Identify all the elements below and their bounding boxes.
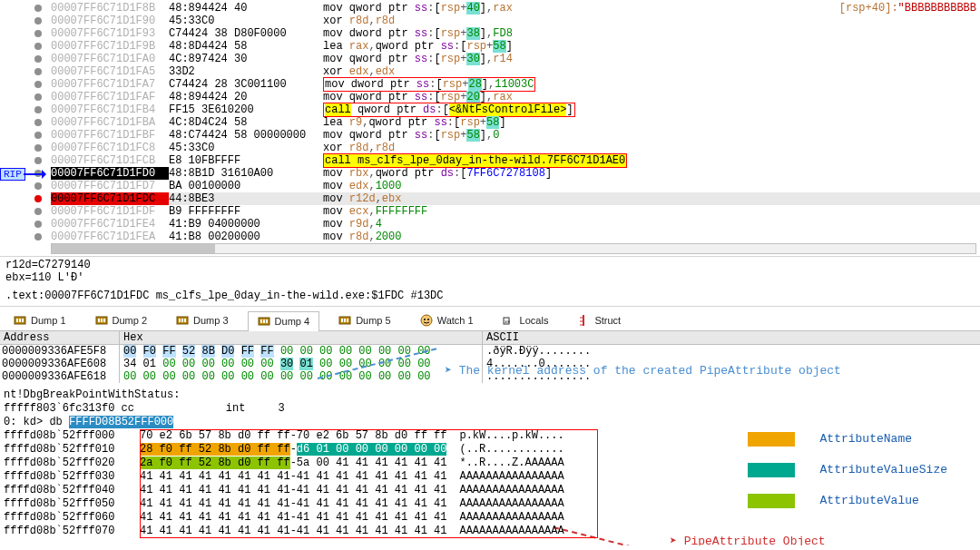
disasm-address: 00007FF6C71D1FDF bbox=[51, 205, 169, 218]
breakpoint-dot[interactable] bbox=[34, 81, 42, 88]
disasm-row[interactable]: 00007FF6C71D1FC845:33C0xor r8d,r8d bbox=[24, 142, 980, 154]
breakpoint-dot[interactable] bbox=[34, 132, 42, 139]
breakpoint-dot-enabled[interactable] bbox=[34, 195, 42, 202]
breakpoint-gutter[interactable] bbox=[24, 2, 51, 15]
dump-row[interactable]: 0000009336AFE5F800 F0 FF 52 8B D0 FF FF … bbox=[0, 345, 980, 358]
disasm-row[interactable]: 00007FF6C71D1FA04C:897424 30mov qword pt… bbox=[24, 53, 980, 65]
breakpoint-dot[interactable] bbox=[34, 43, 42, 50]
breakpoint-gutter[interactable] bbox=[24, 65, 51, 78]
windbg-db-row: ffffd08b`52fff020 2a f0 ff 52 8b d0 ff f… bbox=[4, 457, 976, 470]
windbg-db-row: ffffd08b`52fff040 41 41 41 41 41 41 41 4… bbox=[4, 484, 976, 497]
disasm-row[interactable]: 00007FF6C71D1FA7C74424 28 3C001100mov dw… bbox=[24, 78, 980, 91]
status-line: ebx=110 L'Đ' bbox=[5, 271, 975, 284]
windbg-prompt-row[interactable]: 0: kd> db FFFFD08B52FFF000 bbox=[4, 416, 976, 429]
breakpoint-dot[interactable] bbox=[34, 157, 42, 164]
disasm-mnemonic: mov r8d,2000 bbox=[323, 231, 980, 243]
breakpoint-gutter[interactable] bbox=[24, 129, 51, 142]
breakpoint-gutter[interactable] bbox=[24, 27, 51, 40]
breakpoint-dot[interactable] bbox=[34, 68, 42, 75]
mem-icon bbox=[14, 314, 26, 327]
breakpoint-gutter[interactable] bbox=[24, 192, 51, 205]
disasm-row[interactable]: 00007FF6C71D1FDC44:8BE3mov r12d,ebx bbox=[24, 192, 980, 205]
tab-dump-1[interactable]: Dump 1 bbox=[4, 310, 76, 330]
breakpoint-dot[interactable] bbox=[34, 208, 42, 215]
breakpoint-dot[interactable] bbox=[34, 182, 42, 190]
tab-dump-3[interactable]: Dump 3 bbox=[166, 310, 239, 330]
db-addr: ffffd08b`52fff060 bbox=[4, 511, 140, 525]
status-symbol-line: .text:00007FF6C71D1FDC ms_clfs_lpe_0day_… bbox=[5, 290, 975, 302]
breakpoint-gutter[interactable] bbox=[24, 116, 51, 129]
breakpoint-gutter[interactable] bbox=[24, 53, 51, 65]
disasm-row[interactable]: 00007FF6C71D1F8B48:894424 40mov qword pt… bbox=[24, 2, 980, 15]
disasm-row[interactable]: 00007FF6C71D1F9B48:8D4424 58lea rax,qwor… bbox=[24, 40, 980, 53]
breakpoint-gutter[interactable] bbox=[24, 231, 51, 243]
disasm-row[interactable]: 00007FF6C71D1FE441:B9 04000000mov r9d,4 bbox=[24, 218, 980, 231]
breakpoint-gutter[interactable] bbox=[24, 103, 51, 116]
breakpoint-gutter[interactable] bbox=[24, 154, 51, 167]
tab-dump-4[interactable]: Dump 4 bbox=[248, 311, 320, 331]
tab-locals[interactable]: Locals bbox=[493, 310, 559, 330]
breakpoint-dot[interactable] bbox=[34, 144, 42, 152]
breakpoint-gutter[interactable] bbox=[24, 205, 51, 218]
disasm-address: 00007FF6C71D1FD0 bbox=[51, 167, 169, 180]
disasm-mnemonic: mov qword ptr ss:[rsp+20],rax bbox=[323, 91, 980, 103]
db-hex: 28 f0 ff 52 8b d0 ff ff-d6 01 00 00 00 0… bbox=[140, 443, 446, 457]
tab-dump-5[interactable]: Dump 5 bbox=[328, 310, 401, 330]
breakpoint-dot[interactable] bbox=[34, 221, 42, 228]
annotation-kernel-addr: ➤ The kernel address of the created Pipe… bbox=[445, 365, 841, 378]
disasm-row[interactable]: 00007FF6C71D1F93C74424 38 D80F0000mov dw… bbox=[24, 27, 980, 40]
breakpoint-dot[interactable] bbox=[34, 17, 42, 25]
scrollbar-thumb[interactable] bbox=[52, 244, 215, 253]
disasm-bytes: 41:B9 04000000 bbox=[169, 218, 323, 231]
breakpoint-dot[interactable] bbox=[34, 106, 42, 113]
tab-struct[interactable]: Struct bbox=[567, 310, 631, 330]
tab-label: Struct bbox=[594, 314, 621, 327]
breakpoint-dot[interactable] bbox=[34, 55, 42, 63]
breakpoint-dot[interactable] bbox=[34, 93, 42, 101]
tab-dump-2[interactable]: Dump 2 bbox=[85, 310, 158, 330]
disasm-bytes: 48:C74424 58 00000000 bbox=[169, 129, 323, 142]
disasm-mnemonic: mov qword ptr ss:[rsp+40],rax bbox=[323, 2, 980, 15]
disasm-row[interactable]: 00007FF6C71D1FA533D2xor edx,edx bbox=[24, 65, 980, 78]
disasm-row[interactable]: 00007FF6C71D1FDFB9 FFFFFFFFmov ecx,FFFFF… bbox=[24, 205, 980, 218]
disasm-row[interactable]: 00007FF6C71D1FB4FF15 3E610200call qword … bbox=[24, 103, 980, 116]
windbg-db-row: ffffd08b`52fff070 41 41 41 41 41 41 41 4… bbox=[4, 525, 976, 538]
breakpoint-gutter[interactable] bbox=[24, 91, 51, 103]
db-hex: 41 41 41 41 41 41 41 41-41 41 41 41 41 4… bbox=[140, 497, 446, 511]
disasm-row[interactable]: 00007FF6C71D1F9045:33C0xor r8d,r8d bbox=[24, 15, 980, 27]
disasm-bytes: 41:B8 00200000 bbox=[169, 231, 323, 243]
dump-addr: 0000009336AFE608 bbox=[2, 358, 120, 370]
breakpoint-dot[interactable] bbox=[34, 233, 42, 241]
breakpoint-dot[interactable] bbox=[34, 30, 42, 37]
disasm-mnemonic: mov ecx,FFFFFFFF bbox=[323, 205, 980, 218]
disasm-address: 00007FF6C71D1FA5 bbox=[51, 65, 169, 78]
rip-indicator: RIP bbox=[0, 168, 25, 181]
db-addr: ffffd08b`52fff020 bbox=[4, 457, 140, 470]
breakpoint-gutter[interactable] bbox=[24, 40, 51, 53]
dump-hex: 00 00 00 00 00 00 00 00 00 00 00 00 00 0… bbox=[120, 370, 483, 383]
breakpoint-gutter[interactable] bbox=[24, 180, 51, 192]
disasm-row[interactable]: 00007FF6C71D1FBA4C:8D4C24 58lea r9,qword… bbox=[24, 116, 980, 129]
disasm-mnemonic: mov dword ptr ss:[rsp+38],FD8 bbox=[323, 27, 980, 40]
disasm-row[interactable]: 00007FF6C71D1FD048:8B1D 31610A00mov rbx,… bbox=[24, 167, 980, 180]
breakpoint-dot[interactable] bbox=[34, 5, 42, 12]
disasm-address: 00007FF6C71D1FCB bbox=[51, 154, 169, 167]
disasm-bytes: C74424 28 3C001100 bbox=[169, 78, 323, 91]
windbg-break-label: nt!DbgBreakPointWithStatus: bbox=[4, 388, 976, 402]
disasm-mnemonic: call ms_clfs_lpe_0day_in-the-wild.7FF6C7… bbox=[323, 154, 980, 167]
breakpoint-gutter[interactable] bbox=[24, 218, 51, 231]
breakpoint-dot[interactable] bbox=[34, 119, 42, 126]
disasm-row[interactable]: 00007FF6C71D1FD7BA 00100000mov edx,1000 bbox=[24, 180, 980, 192]
disasm-row[interactable]: 00007FF6C71D1FBF48:C74424 58 00000000mov… bbox=[24, 129, 980, 142]
breakpoint-gutter[interactable] bbox=[24, 78, 51, 91]
disasm-row[interactable]: 00007FF6C71D1FCBE8 10FBFFFFcall ms_clfs_… bbox=[24, 154, 980, 167]
disasm-row[interactable]: 00007FF6C71D1FAF48:894424 20mov qword pt… bbox=[24, 91, 980, 103]
dump-col-address: Address bbox=[2, 331, 120, 344]
disasm-mnemonic: mov r12d,ebx bbox=[323, 192, 980, 205]
tab-watch-1[interactable]: Watch 1 bbox=[410, 310, 484, 330]
breakpoint-gutter[interactable] bbox=[24, 142, 51, 154]
dump-addr: 0000009336AFE618 bbox=[2, 370, 120, 383]
disasm-row[interactable]: 00007FF6C71D1FEA41:B8 00200000mov r8d,20… bbox=[24, 231, 980, 243]
disassembly-hscroll[interactable] bbox=[51, 243, 976, 254]
breakpoint-gutter[interactable] bbox=[24, 15, 51, 27]
